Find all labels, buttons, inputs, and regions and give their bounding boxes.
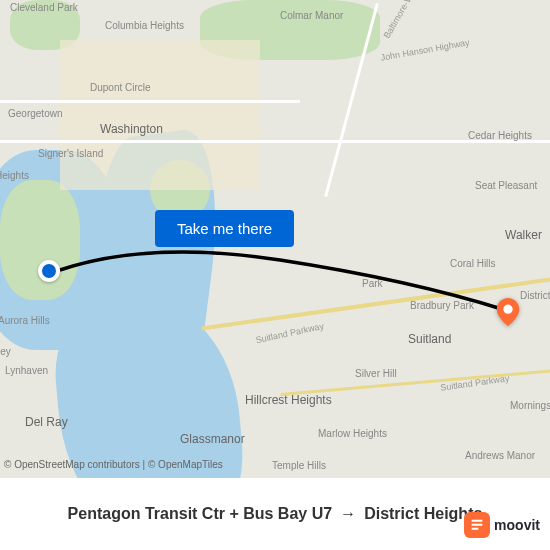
place-label: District	[520, 290, 550, 301]
place-label-city: Washington	[100, 122, 163, 136]
place-label: Aurora Hills	[0, 315, 50, 326]
place-label: Marlow Heights	[318, 428, 387, 439]
place-label: Silver Hill	[355, 368, 397, 379]
omt-attribution-link[interactable]: © OpenMapTiles	[148, 459, 223, 470]
road-label: Suitland Parkway	[255, 321, 325, 345]
origin-marker[interactable]	[38, 260, 60, 282]
place-label: Bradbury Park	[410, 300, 474, 311]
urban-area	[60, 40, 260, 190]
place-label: Signer's Island	[38, 148, 103, 159]
svg-point-0	[503, 305, 512, 314]
place-label: Dupont Circle	[90, 82, 151, 93]
route-origin-text: Pentagon Transit Ctr + Bus Bay U7	[68, 505, 333, 523]
place-label: Heights	[0, 170, 29, 181]
osm-attribution-link[interactable]: © OpenStreetMap contributors	[4, 459, 140, 470]
moovit-brand-text: moovit	[494, 517, 540, 533]
park-area	[0, 180, 80, 300]
road	[0, 100, 300, 103]
place-label-city: Del Ray	[25, 415, 68, 429]
place-label-city: Suitland	[408, 332, 451, 346]
place-label: ley	[0, 346, 11, 357]
arrow-icon: →	[340, 505, 356, 523]
place-label: Mornings	[510, 400, 550, 411]
place-label: Seat Pleasant	[475, 180, 537, 191]
moovit-icon	[464, 512, 490, 538]
place-label: Cedar Heights	[468, 130, 532, 141]
road-label: John Hanson Highway	[380, 37, 470, 62]
moovit-logo[interactable]: moovit	[464, 512, 540, 538]
place-label-city: Hillcrest Heights	[245, 393, 332, 407]
place-label: Andrews Manor	[465, 450, 535, 461]
place-label: Columbia Heights	[105, 20, 184, 31]
place-label: Cleveland Park	[10, 2, 78, 13]
place-label: Colmar Manor	[280, 10, 343, 21]
water-body-south	[49, 293, 250, 478]
place-label: Lynhaven	[5, 365, 48, 376]
place-label: Park	[362, 278, 383, 289]
road-label: Baltimore-Wash	[382, 0, 423, 40]
place-label: Coral Hills	[450, 258, 496, 269]
map-attribution: © OpenStreetMap contributors | © OpenMap…	[4, 459, 223, 470]
place-label: Georgetown	[8, 108, 62, 119]
take-me-there-button[interactable]: Take me there	[155, 210, 294, 247]
map-viewport[interactable]: Cleveland Park Columbia Heights Colmar M…	[0, 0, 550, 478]
destination-marker[interactable]	[494, 298, 522, 326]
place-label-city: Glassmanor	[180, 432, 245, 446]
place-label-city: Walker	[505, 228, 542, 242]
place-label: Temple Hills	[272, 460, 326, 471]
